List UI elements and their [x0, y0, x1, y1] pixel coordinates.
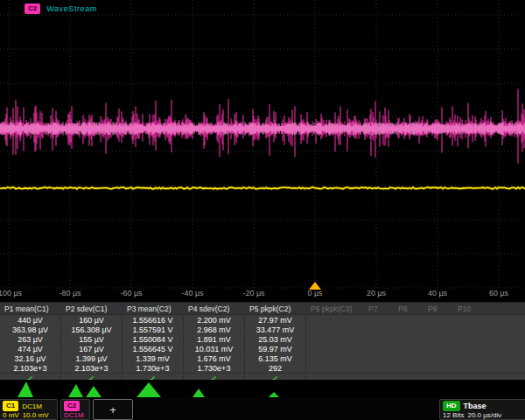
meas-value: 32.16 µV: [0, 354, 61, 363]
histicon-shape: [136, 382, 161, 397]
histicon-shape: [192, 388, 205, 397]
meas-value: 156.308 µV: [61, 326, 122, 334]
time-axis-label: -60 µs: [120, 289, 142, 298]
meas-value: 1.730e+3: [184, 364, 245, 373]
meas-value: 1.557591 V: [122, 326, 184, 334]
meas-value: 2.968 mV: [184, 326, 245, 334]
meas-param-label: P10: [453, 304, 483, 313]
measurement-header-row: P1 mean(C1)P2 sdev(C1)P3 mean(C2)P4 sdev…: [0, 303, 525, 315]
time-axis-label: 40 µs: [428, 289, 447, 298]
meas-value: 1.550084 V: [122, 335, 184, 344]
c2-channel-chip[interactable]: C2: [64, 401, 80, 411]
time-axis-label: -20 µs: [242, 289, 264, 298]
meas-row: 363.98 µV156.308 µV1.557591 V2.968 mV33.…: [0, 325, 525, 334]
meas-param-label[interactable]: P5 pkpk(C2): [245, 304, 306, 313]
meas-param-label: P9: [424, 304, 453, 313]
c1-offset-value: 0 mV: [3, 411, 19, 419]
meas-param-label: P8: [394, 304, 424, 313]
meas-value: 25.03 mV: [245, 335, 306, 344]
meas-value: 167 µV: [61, 345, 122, 354]
meas-value: 10.031 mV: [184, 345, 245, 354]
time-axis-label: 20 µs: [367, 289, 386, 298]
c1-channel-chip[interactable]: C1: [3, 401, 18, 411]
meas-value: 2.200 mV: [184, 316, 245, 325]
meas-param-label: P7: [364, 304, 394, 313]
meas-value: 59.97 mV: [245, 345, 306, 354]
meas-value: 1.556645 V: [122, 345, 184, 354]
timebase-label: Tbase: [464, 402, 486, 410]
histicon-shape: [68, 384, 102, 397]
bottom-bar-spacer: [136, 399, 437, 420]
meas-value: 155 µV: [61, 335, 122, 344]
meas-value: 1.891 mV: [184, 335, 245, 344]
bottom-bar: C1 DC1M 0 mV 10.0 mV C2 DC1M + HD Tbase: [0, 398, 525, 420]
meas-param-label[interactable]: P1 mean(C1): [0, 304, 61, 313]
meas-value: 1.730e+3: [122, 364, 184, 373]
time-axis-label: 0 µs: [307, 289, 322, 298]
waveform-graticule: [0, 0, 525, 302]
waveform-display[interactable]: C2 WaveStream -100 µs-80 µs-60 µs-40 µs-…: [0, 0, 525, 302]
meas-value: 474 µV: [0, 345, 61, 354]
meas-row: 263 µV155 µV1.550084 V1.891 mV25.03 mV: [0, 334, 525, 344]
hd-bits-label: 12 Bits: [443, 411, 464, 419]
histicon-shape: [269, 392, 279, 397]
meas-value: 6.135 mV: [245, 354, 306, 363]
hd-mode-badge: HD: [443, 401, 460, 411]
measurement-table: P1 mean(C1)P2 sdev(C1)P3 mean(C2)P4 sdev…: [0, 302, 525, 384]
measurement-statistics-rows: 440 µV160 µV1.556616 V2.200 mV27.97 mV36…: [0, 315, 525, 373]
meas-param-label[interactable]: P4 sdev(C2): [184, 304, 245, 313]
meas-value: 33.477 mV: [245, 326, 306, 334]
meas-value: 440 µV: [0, 316, 61, 325]
meas-value: 1.556616 V: [122, 316, 184, 325]
timebase-descriptor[interactable]: HD Tbase 12 Bits 20.0 µs/div: [439, 399, 525, 420]
meas-value: 160 µV: [61, 316, 122, 325]
trigger-source-badge: C2: [24, 4, 40, 14]
c1-coupling-label: DC1M: [22, 402, 42, 410]
meas-param-label[interactable]: P3 mean(C2): [122, 304, 184, 313]
time-axis-label: -40 µs: [181, 289, 203, 298]
meas-value: 1.339 mV: [122, 354, 184, 363]
meas-value: 27.97 mV: [245, 316, 306, 325]
measurement-histicons: [0, 380, 525, 398]
meas-value: 1.399 µV: [61, 354, 122, 363]
histicon[interactable]: [245, 380, 306, 398]
time-axis-label: 60 µs: [489, 289, 508, 298]
meas-value: 292: [245, 364, 306, 373]
histicon-shape: [18, 382, 33, 397]
c2-coupling-label: DC1M: [64, 411, 84, 419]
acquisition-mode-label: WaveStream: [46, 4, 97, 13]
histicon[interactable]: [0, 380, 61, 398]
channel-descriptor-c1[interactable]: C1 DC1M 0 mV 10.0 mV: [0, 399, 58, 420]
time-axis: -100 µs-80 µs-60 µs-40 µs-20 µs0 µs20 µs…: [0, 287, 525, 300]
time-axis-label: -80 µs: [59, 289, 80, 298]
meas-value: 1.676 mV: [184, 354, 245, 363]
meas-value: 363.98 µV: [0, 326, 61, 334]
meas-value: 2.103e+3: [0, 364, 61, 373]
histicon[interactable]: [184, 380, 245, 398]
time-axis-label: -100 µs: [0, 289, 22, 298]
meas-param-label[interactable]: P2 sdev(C1): [61, 304, 122, 313]
c1-scale-value: 10.0 mV: [23, 411, 49, 419]
meas-value: 263 µV: [0, 335, 61, 344]
channel-descriptor-c2[interactable]: C2 DC1M: [60, 399, 90, 420]
add-trace-button[interactable]: +: [93, 399, 133, 420]
meas-row: 2.103e+32.103e+31.730e+31.730e+3292: [0, 363, 525, 373]
meas-row: 474 µV167 µV1.556645 V10.031 mV59.97 mV: [0, 344, 525, 354]
oscilloscope-screen: C2 WaveStream -100 µs-80 µs-60 µs-40 µs-…: [0, 0, 525, 420]
meas-row: 440 µV160 µV1.556616 V2.200 mV27.97 mV: [0, 315, 525, 325]
meas-value: 2.103e+3: [61, 364, 122, 373]
meas-param-label: P6 pkpk(C3): [306, 304, 364, 313]
status-badges: C2 WaveStream: [24, 4, 97, 14]
histicon[interactable]: [122, 380, 184, 398]
histicon[interactable]: [61, 380, 122, 398]
timebase-scale-value: 20.0 µs/div: [467, 411, 501, 419]
meas-row: 32.16 µV1.399 µV1.339 mV1.676 mV6.135 mV: [0, 354, 525, 363]
